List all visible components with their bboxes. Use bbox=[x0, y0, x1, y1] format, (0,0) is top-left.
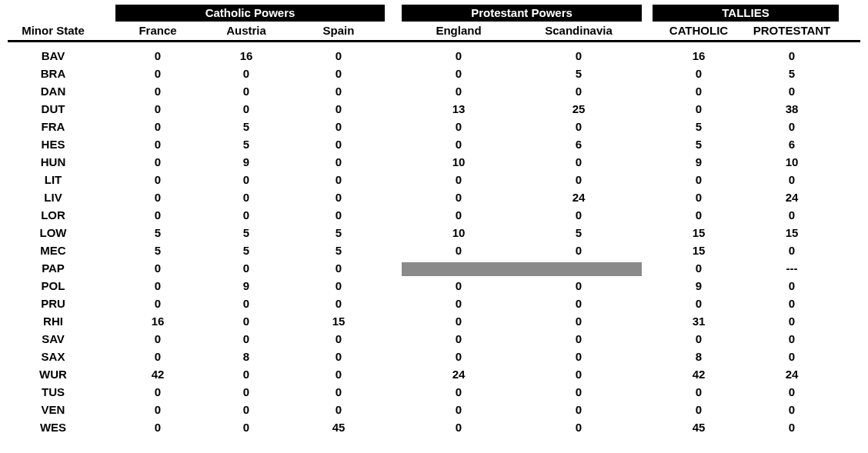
cell-england: 0 bbox=[402, 120, 516, 133]
col-france: France bbox=[115, 24, 200, 37]
cell-england: 0 bbox=[402, 421, 516, 434]
cell-austria: 0 bbox=[200, 297, 292, 310]
cell-austria: 9 bbox=[200, 279, 292, 292]
header-rule bbox=[8, 40, 860, 42]
cell-spain: 0 bbox=[292, 368, 385, 381]
cell-england: 0 bbox=[402, 315, 516, 328]
cell-state: WES bbox=[8, 421, 98, 434]
cell-tc: 0 bbox=[653, 332, 745, 345]
cell-tp: 38 bbox=[745, 102, 839, 115]
cell-tp: 0 bbox=[745, 350, 839, 363]
cell-england: 0 bbox=[402, 332, 516, 345]
table-row: DAN0000000 bbox=[8, 82, 860, 100]
col-england: England bbox=[402, 24, 516, 37]
cell-spain: 0 bbox=[292, 350, 385, 363]
cell-scandinavia: 5 bbox=[516, 67, 642, 80]
cell-state: FRA bbox=[8, 120, 98, 133]
cell-austria: 0 bbox=[200, 85, 292, 98]
cell-austria: 5 bbox=[200, 138, 292, 151]
cell-tc: 45 bbox=[653, 421, 745, 434]
cell-spain: 5 bbox=[292, 244, 385, 257]
table-row: RHI1601500310 bbox=[8, 312, 860, 330]
cell-england: 0 bbox=[402, 403, 516, 416]
cell-state: WUR bbox=[8, 368, 98, 381]
cell-state: PRU bbox=[8, 297, 98, 310]
cell-spain: 0 bbox=[292, 297, 385, 310]
powers-table: Catholic Powers Protestant Powers TALLIE… bbox=[8, 5, 860, 436]
cell-tp: 24 bbox=[745, 191, 839, 204]
column-headers: Minor State France Austria Spain England… bbox=[8, 22, 860, 38]
table-row: TUS0000000 bbox=[8, 383, 860, 401]
cell-france: 16 bbox=[115, 315, 200, 328]
table-row: MEC55500150 bbox=[8, 241, 860, 259]
table-row: SAV0000000 bbox=[8, 330, 860, 348]
table-row: VEN0000000 bbox=[8, 401, 860, 418]
cell-austria: 0 bbox=[200, 385, 292, 398]
table-row: BAV016000160 bbox=[8, 47, 860, 65]
cell-france: 0 bbox=[115, 261, 200, 275]
cell-scandinavia: 25 bbox=[516, 102, 642, 115]
cell-tp: 0 bbox=[745, 403, 839, 416]
cell-state: LIT bbox=[8, 173, 98, 186]
cell-state: BRA bbox=[8, 67, 98, 80]
cell-england: 0 bbox=[402, 297, 516, 310]
cell-france: 5 bbox=[115, 244, 200, 257]
cell-tc: 9 bbox=[653, 279, 745, 292]
cell-austria: 8 bbox=[200, 350, 292, 363]
cell-spain: 0 bbox=[292, 102, 385, 115]
cell-spain: 0 bbox=[292, 191, 385, 204]
group-catholic: Catholic Powers bbox=[115, 5, 385, 22]
cell-tp: 0 bbox=[745, 49, 839, 62]
cell-tc: 0 bbox=[653, 191, 745, 204]
cell-scandinavia: 0 bbox=[516, 155, 642, 168]
cell-austria: 0 bbox=[200, 315, 292, 328]
cell-england: 13 bbox=[402, 102, 516, 115]
cell-england: 0 bbox=[402, 138, 516, 151]
table-row: PRU0000000 bbox=[8, 295, 860, 312]
cell-england: 0 bbox=[402, 279, 516, 292]
cell-scandinavia: 0 bbox=[516, 208, 642, 222]
cell-tp: 0 bbox=[745, 421, 839, 434]
table-row: FRA0500050 bbox=[8, 118, 860, 135]
cell-scandinavia: 0 bbox=[516, 173, 642, 186]
table-row: LIT0000000 bbox=[8, 171, 860, 188]
cell-spain: 0 bbox=[292, 279, 385, 292]
cell-england: 0 bbox=[402, 49, 516, 62]
cell-england: 10 bbox=[402, 226, 516, 239]
cell-spain: 0 bbox=[292, 173, 385, 186]
cell-tc: 5 bbox=[653, 120, 745, 133]
cell-tp: 5 bbox=[745, 67, 839, 80]
cell-tp: 0 bbox=[745, 297, 839, 310]
cell-austria: 9 bbox=[200, 155, 292, 168]
cell-tc: 0 bbox=[653, 297, 745, 310]
col-tally-catholic: CATHOLIC bbox=[653, 24, 745, 37]
table-row: WES004500450 bbox=[8, 418, 860, 436]
cell-state: TUS bbox=[8, 385, 98, 398]
cell-austria: 0 bbox=[200, 191, 292, 204]
cell-tc: 9 bbox=[653, 155, 745, 168]
col-scandinavia: Scandinavia bbox=[516, 24, 642, 37]
cell-austria: 0 bbox=[200, 421, 292, 434]
col-austria: Austria bbox=[200, 24, 292, 37]
cell-austria: 5 bbox=[200, 120, 292, 133]
cell-france: 0 bbox=[115, 421, 200, 434]
cell-tc: 8 bbox=[653, 350, 745, 363]
col-tally-protestant: PROTESTANT bbox=[745, 24, 839, 37]
cell-state: PAP bbox=[8, 261, 98, 275]
cell-france: 0 bbox=[115, 350, 200, 363]
cell-austria: 5 bbox=[200, 244, 292, 257]
table-row: SAX0800080 bbox=[8, 348, 860, 365]
cell-scandinavia: 0 bbox=[516, 315, 642, 328]
cell-austria: 0 bbox=[200, 403, 292, 416]
cell-tc: 0 bbox=[653, 261, 745, 275]
cell-scandinavia: 0 bbox=[516, 279, 642, 292]
cell-spain: 0 bbox=[292, 332, 385, 345]
cell-tp: 0 bbox=[745, 244, 839, 257]
cell-england: 10 bbox=[402, 155, 516, 168]
cell-state: HUN bbox=[8, 155, 98, 168]
table-row: DUT0001325038 bbox=[8, 100, 860, 118]
cell-tc: 5 bbox=[653, 138, 745, 151]
cell-tp: 10 bbox=[745, 155, 839, 168]
cell-france: 0 bbox=[115, 173, 200, 186]
cell-scandinavia: 5 bbox=[516, 226, 642, 239]
